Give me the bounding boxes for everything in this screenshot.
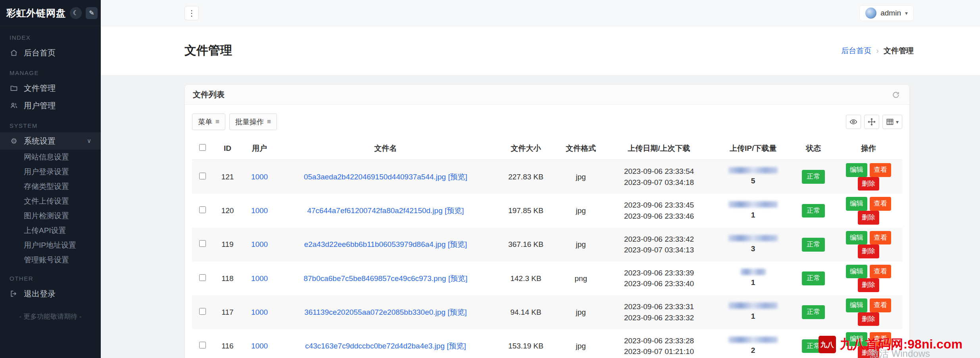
breadcrumb: 后台首页 › 文件管理	[841, 46, 914, 56]
row-checkbox[interactable]	[199, 206, 206, 213]
preview-link[interactable]: [预览]	[448, 274, 468, 283]
cell-ip-downloads: 3	[714, 228, 792, 262]
cell-dates: 2023-09-06 23:33:312023-09-06 23:33:32	[604, 295, 714, 329]
submenu-item-storage-type[interactable]: 存储类型设置	[0, 179, 101, 194]
user-link[interactable]: 1000	[251, 206, 268, 215]
status-badge: 正常	[802, 305, 825, 319]
filename-link[interactable]: 361139ce202055aa072e2085bb330e0.jpg	[304, 308, 446, 316]
columns-button[interactable]: ▾	[882, 115, 902, 129]
delete-button[interactable]: 删除	[858, 244, 879, 258]
cell-id: 121	[213, 160, 242, 194]
user-link[interactable]: 1000	[251, 173, 268, 181]
edit-button[interactable]: 编辑	[846, 163, 867, 177]
sidebar-item-settings[interactable]: ⚙ 系统设置 ∨	[0, 132, 101, 150]
sidebar-item-users[interactable]: 用户管理	[0, 97, 101, 114]
row-checkbox[interactable]	[199, 274, 206, 281]
status-badge: 正常	[802, 170, 825, 184]
cell-dates: 2023-09-06 23:33:282023-09-07 01:21:10	[604, 329, 714, 358]
user-link[interactable]: 1000	[251, 308, 268, 316]
sidebar-item-logout[interactable]: 退出登录	[0, 285, 101, 302]
cell-format: jpg	[558, 295, 604, 329]
preview-link[interactable]: [预览]	[448, 240, 467, 248]
cell-id: 119	[213, 228, 242, 262]
view-button[interactable]: 查看	[870, 163, 891, 177]
delete-button[interactable]: 删除	[858, 278, 879, 292]
preview-link[interactable]: [预览]	[448, 173, 467, 181]
submenu-item-admin-account[interactable]: 管理账号设置	[0, 252, 101, 267]
submenu-item-user-ip[interactable]: 用户IP地址设置	[0, 238, 101, 252]
filename-link[interactable]: c43c163e7c9ddccbc0be72d4d2ba4e3.jpg	[305, 342, 445, 350]
cell-size: 153.19 KB	[494, 329, 558, 358]
user-link[interactable]: 1000	[251, 274, 268, 283]
cell-dates: 2023-09-06 23:33:452023-09-06 23:33:46	[604, 194, 714, 227]
user-link[interactable]: 1000	[251, 240, 268, 248]
cell-id: 118	[213, 262, 242, 295]
cell-dates: 2023-09-06 23:33:422023-09-07 03:34:13	[604, 228, 714, 262]
submenu-item-upload-api[interactable]: 上传API设置	[0, 223, 101, 238]
menu-button[interactable]: 菜单 ≡	[192, 114, 225, 130]
users-icon	[10, 102, 18, 110]
submenu-item-user-login[interactable]: 用户登录设置	[0, 164, 101, 179]
visibility-button[interactable]	[846, 115, 861, 129]
moon-icon: ☾	[73, 9, 79, 17]
breadcrumb-home-link[interactable]: 后台首页	[841, 46, 871, 56]
theme-toggle-button[interactable]: ☾	[70, 7, 82, 19]
filename-link[interactable]: e2a43d22ee6bb6b11b06053979d86a4.jpg	[304, 240, 446, 248]
edit-button[interactable]: 编辑	[846, 197, 867, 211]
submenu-item-site-info[interactable]: 网站信息设置	[0, 150, 101, 164]
filename-link[interactable]: 87b0ca6be7c5be8469857ce49c6c973.png	[304, 274, 446, 283]
user-menu[interactable]: admin ▾	[859, 5, 914, 21]
list-icon: ≡	[215, 118, 219, 126]
drag-reorder-button[interactable]	[864, 115, 879, 129]
settings-submenu: 网站信息设置 用户登录设置 存储类型设置 文件上传设置 图片检测设置 上传API…	[0, 150, 101, 267]
select-all-checkbox[interactable]	[199, 144, 206, 151]
view-button[interactable]: 查看	[870, 197, 891, 211]
file-table: ID 用户 文件名 文件大小 文件格式 上传日期/上次下载 上传IP/下载量 状…	[192, 137, 902, 358]
preview-link[interactable]: [预览]	[448, 308, 467, 316]
view-button[interactable]: 查看	[870, 265, 891, 279]
preview-link[interactable]: [预览]	[447, 342, 466, 350]
edit-button[interactable]: 编辑	[846, 265, 867, 279]
cell-dates: 2023-09-06 23:33:392023-09-06 23:33:40	[604, 262, 714, 295]
menu-button-label: 菜单	[198, 117, 212, 127]
filename-link[interactable]: 05a3aeda2b4220469150d440937a544.jpg	[304, 173, 446, 181]
row-checkbox[interactable]	[199, 342, 206, 348]
preview-link[interactable]: [预览]	[445, 206, 464, 215]
page-title: 文件管理	[184, 42, 232, 59]
row-checkbox[interactable]	[199, 240, 206, 247]
refresh-button[interactable]	[890, 89, 901, 100]
sidebar-item-files[interactable]: 文件管理	[0, 79, 101, 97]
edit-theme-button[interactable]: ✎	[86, 7, 98, 19]
header-format: 文件格式	[558, 137, 604, 160]
cell-ip-downloads: 5	[714, 160, 792, 194]
download-count: 1	[717, 277, 790, 288]
table-toolbar: 菜单 ≡ 批量操作 ≡	[192, 114, 902, 130]
cell-size: 142.3 KB	[494, 262, 558, 295]
view-button[interactable]: 查看	[870, 298, 891, 312]
filename-link[interactable]: 47c644a7ef61200742fa80a2f42150d.jpg	[307, 206, 442, 215]
submenu-item-image-check[interactable]: 图片检测设置	[0, 208, 101, 223]
user-link[interactable]: 1000	[251, 342, 268, 350]
file-list-card: 文件列表 菜单 ≡ 批量操作 ≡	[185, 85, 909, 358]
cell-format: jpg	[558, 329, 604, 358]
batch-actions-button[interactable]: 批量操作 ≡	[229, 114, 277, 130]
delete-button[interactable]: 删除	[858, 211, 879, 225]
row-checkbox[interactable]	[199, 173, 206, 179]
submenu-item-upload-settings[interactable]: 文件上传设置	[0, 194, 101, 208]
watermark-logo: 九八	[819, 336, 836, 353]
delete-button[interactable]: 删除	[858, 312, 879, 326]
cell-ip-downloads: 1	[714, 194, 792, 227]
cell-dates: 2023-09-06 23:33:542023-09-07 03:34:18	[604, 160, 714, 194]
topbar-menu-button[interactable]: ⋮	[184, 6, 199, 20]
cell-size: 197.85 KB	[494, 194, 558, 227]
edit-button[interactable]: 编辑	[846, 231, 867, 245]
row-checkbox[interactable]	[199, 308, 206, 315]
sidebar-item-home[interactable]: 后台首页	[0, 44, 101, 62]
edit-button[interactable]: 编辑	[846, 298, 867, 312]
delete-button[interactable]: 删除	[858, 177, 879, 191]
app-window: 彩虹外链网盘 ☾ ✎ INDEX 后台首页 MANAGE 文件管理 用户管理 S…	[0, 0, 980, 358]
header-dates: 上传日期/上次下载	[604, 137, 714, 160]
view-button[interactable]: 查看	[870, 231, 891, 245]
status-badge: 正常	[802, 204, 825, 218]
download-count: 1	[717, 311, 790, 322]
